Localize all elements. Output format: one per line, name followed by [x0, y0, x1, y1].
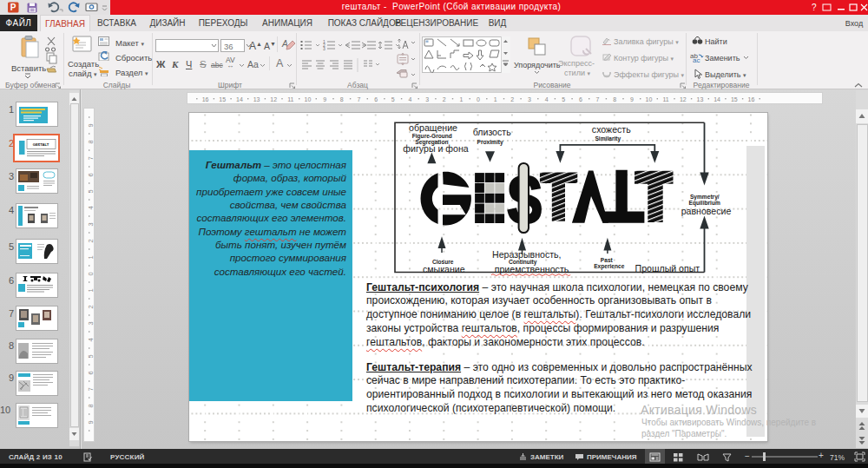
svg-text:5: 5	[87, 189, 95, 193]
svg-text:Неразрывность,: Неразрывность,	[492, 249, 562, 260]
svg-text:0: 0	[477, 96, 480, 102]
svg-text:3: 3	[87, 222, 95, 226]
svg-text:13: 13	[697, 96, 704, 102]
svg-text:3: 3	[528, 96, 531, 102]
svg-text:7: 7	[596, 96, 600, 102]
svg-text:2: 2	[443, 96, 446, 102]
svg-text:9: 9	[630, 96, 634, 102]
svg-text:GE$TALT: GE$TALT	[32, 142, 49, 147]
svg-text:P: P	[10, 3, 16, 12]
svg-text:14: 14	[713, 96, 720, 102]
svg-text:4: 4	[87, 206, 95, 209]
svg-text:8: 8	[87, 140, 95, 143]
svg-text:Proximity: Proximity	[477, 139, 503, 146]
svg-text:6: 6	[579, 96, 582, 102]
svg-text:2: 2	[510, 96, 514, 102]
svg-text:4: 4	[545, 96, 549, 102]
svg-text:7: 7	[87, 156, 95, 160]
svg-text:14: 14	[236, 96, 243, 102]
svg-text:5: 5	[87, 354, 95, 358]
svg-text:1: 1	[87, 288, 95, 292]
svg-text:Experience: Experience	[594, 263, 625, 270]
svg-text:16: 16	[202, 96, 209, 102]
svg-text:9: 9	[87, 420, 95, 424]
svg-text:2: 2	[87, 239, 95, 242]
svg-text:?: ?	[812, 3, 817, 12]
svg-text:8: 8	[340, 96, 344, 102]
svg-text:11: 11	[662, 96, 668, 102]
svg-text:10: 10	[646, 96, 653, 102]
svg-text:9: 9	[87, 123, 95, 127]
svg-text:Similarity: Similarity	[595, 135, 621, 142]
svg-text:смыкание: смыкание	[423, 264, 465, 274]
svg-text:15: 15	[219, 96, 226, 102]
svg-text:1: 1	[87, 255, 95, 259]
svg-text:8: 8	[613, 96, 616, 102]
svg-text:12: 12	[270, 96, 277, 102]
svg-text:12: 12	[680, 96, 687, 102]
svg-text:15: 15	[731, 96, 738, 102]
svg-text:5: 5	[391, 96, 395, 102]
svg-text:Past: Past	[601, 257, 614, 263]
svg-text:6: 6	[374, 96, 378, 102]
svg-text:приемственность: приемственность	[495, 264, 569, 274]
svg-text:обращение: обращение	[409, 122, 457, 133]
svg-text:3: 3	[425, 96, 429, 102]
svg-text:Прошлый опыт: Прошлый опыт	[635, 263, 700, 274]
svg-text:4: 4	[87, 338, 95, 341]
svg-text:3: 3	[323, 46, 326, 51]
svg-text:16: 16	[748, 96, 755, 102]
svg-text:1: 1	[494, 96, 497, 102]
svg-text:фигуры и фона: фигуры и фона	[403, 143, 468, 154]
svg-text:5: 5	[562, 96, 565, 102]
svg-text:4: 4	[408, 96, 411, 102]
svg-text:2: 2	[87, 305, 95, 308]
svg-text:3: 3	[87, 321, 95, 325]
svg-text:10: 10	[305, 96, 312, 102]
svg-text:6: 6	[87, 371, 95, 374]
svg-text:0: 0	[87, 272, 95, 275]
svg-text:8: 8	[87, 404, 95, 407]
svg-text:6: 6	[87, 173, 95, 176]
svg-text:1: 1	[459, 96, 463, 102]
svg-text:13: 13	[253, 96, 260, 102]
svg-text:9: 9	[323, 96, 326, 102]
svg-text:7: 7	[87, 387, 95, 391]
svg-text:схожесть: схожесть	[592, 124, 631, 135]
svg-text:11: 11	[287, 96, 293, 102]
svg-text:равновесие: равновесие	[681, 206, 732, 216]
svg-text:близость: близость	[473, 127, 511, 137]
svg-text:ac: ac	[693, 56, 700, 63]
svg-text:7: 7	[358, 96, 361, 102]
